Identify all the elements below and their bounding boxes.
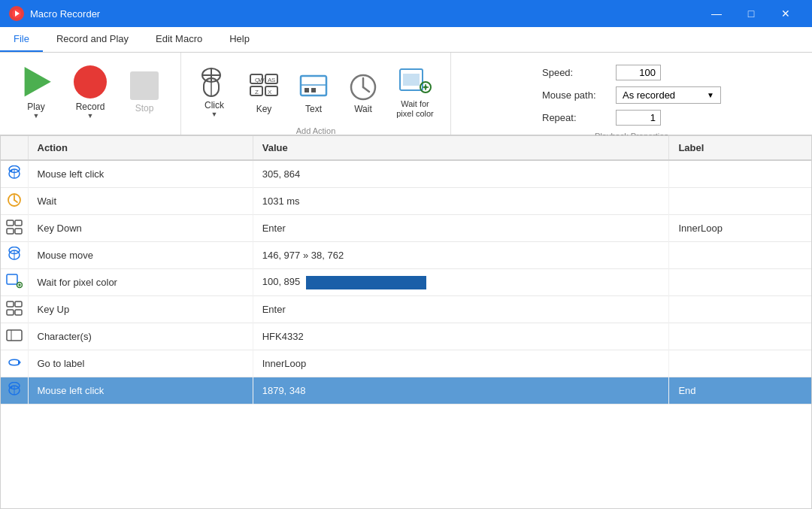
maximize-button[interactable]: □ — [734, 0, 768, 27]
row-value: 305, 864 — [253, 160, 669, 188]
svg-rect-52 — [15, 310, 22, 315]
row-icon — [1, 377, 28, 404]
svg-point-29 — [424, 86, 427, 89]
svg-rect-17 — [301, 76, 326, 95]
row-label — [669, 242, 811, 269]
table-row[interactable]: Character(s) HFK4332 — [1, 323, 811, 350]
record-icon — [74, 65, 107, 98]
row-value: 1879, 348 — [253, 377, 669, 404]
speed-row: Speed: — [542, 65, 721, 80]
record-button[interactable]: Record ▼ — [63, 59, 117, 126]
click-icon — [198, 67, 231, 100]
table-row[interactable]: Key Down Enter InnerLoop — [1, 215, 811, 242]
key-button[interactable]: Q W A S Z X Key — [240, 59, 288, 126]
wait-pixel-icon — [398, 66, 432, 99]
svg-rect-39 — [7, 229, 14, 234]
mouse-path-select[interactable]: As recorded ▼ — [616, 86, 721, 104]
row-icon — [1, 242, 28, 269]
app-icon — [9, 6, 24, 21]
svg-rect-40 — [15, 229, 22, 234]
table-header-row: Action Value Label — [1, 136, 811, 160]
key-icon: Q W A S Z X — [247, 71, 280, 104]
svg-point-33 — [10, 170, 12, 172]
minimize-button[interactable]: — — [699, 0, 734, 27]
menu-bar: File Record and Play Edit Macro Help — [0, 27, 812, 53]
text-button[interactable]: Text — [289, 59, 338, 126]
svg-line-23 — [363, 87, 369, 92]
row-action: Mouse move — [28, 242, 253, 269]
row-label — [669, 160, 811, 188]
repeat-label: Repeat: — [542, 112, 610, 123]
text-icon — [297, 71, 330, 104]
row-action: Wait for pixel color — [28, 269, 253, 296]
play-icon — [20, 65, 53, 98]
chevron-down-icon: ▼ — [707, 91, 714, 99]
repeat-row: Repeat: — [542, 110, 721, 126]
row-action: Mouse left click — [28, 160, 253, 188]
row-label — [669, 269, 811, 296]
menu-file[interactable]: File — [0, 27, 43, 52]
svg-rect-53 — [7, 330, 22, 341]
stop-icon — [130, 71, 159, 100]
wait-icon — [347, 71, 380, 104]
row-label — [669, 188, 811, 215]
speed-input[interactable] — [616, 65, 661, 80]
row-action: Key Up — [28, 296, 253, 323]
row-action: Character(s) — [28, 323, 253, 350]
row-value: HFK4332 — [253, 323, 669, 350]
svg-text:S: S — [271, 77, 275, 83]
row-value: InnerLoop — [253, 350, 669, 377]
wait-button[interactable]: Wait — [339, 59, 387, 126]
row-value: 100, 895 — [253, 269, 669, 296]
table-row[interactable]: Key Up Enter — [1, 296, 811, 323]
col-value: Value — [253, 136, 669, 160]
svg-rect-25 — [403, 74, 420, 86]
table-row[interactable]: Mouse move 146, 977 » 38, 762 — [1, 242, 811, 269]
row-value: 1031 ms — [253, 188, 669, 215]
table-row[interactable]: Go to label InnerLoop — [1, 350, 811, 377]
wait-pixel-button[interactable]: Wait forpixel color — [389, 59, 441, 126]
row-action: Go to label — [28, 350, 253, 377]
col-action: Action — [28, 136, 253, 160]
row-label — [669, 350, 811, 377]
row-label: End — [669, 377, 811, 404]
svg-rect-50 — [15, 301, 22, 307]
table-row[interactable]: Mouse left click 1879, 348 End — [1, 377, 811, 404]
row-label — [669, 323, 811, 350]
svg-rect-49 — [7, 301, 14, 307]
table-row[interactable]: Wait for pixel color 100, 895 — [1, 269, 811, 296]
menu-help[interactable]: Help — [216, 27, 263, 52]
main-content: Action Value Label Mouse left click 305,… — [0, 135, 812, 509]
close-button[interactable]: ✕ — [768, 0, 803, 27]
toolbar: Play ▼ Record ▼ Stop — [0, 53, 812, 135]
svg-text:Z: Z — [255, 89, 259, 95]
stop-button[interactable]: Stop — [117, 59, 171, 126]
svg-rect-19 — [304, 88, 309, 92]
svg-line-36 — [14, 200, 17, 202]
menu-edit-macro[interactable]: Edit Macro — [142, 27, 216, 52]
speed-label: Speed: — [542, 67, 610, 78]
svg-text:W: W — [259, 77, 265, 83]
menu-record-play[interactable]: Record and Play — [43, 27, 142, 52]
action-table-container: Action Value Label Mouse left click 305,… — [0, 135, 812, 509]
row-label: InnerLoop — [669, 215, 811, 242]
title-bar: Macro Recorder — □ ✕ — [0, 0, 812, 27]
repeat-input[interactable] — [616, 110, 661, 126]
add-action-label: Add Action — [190, 126, 441, 135]
row-icon — [1, 296, 28, 323]
col-label: Label — [669, 136, 811, 160]
window-title: Macro Recorder — [30, 8, 699, 20]
row-value: Enter — [253, 296, 669, 323]
row-icon — [1, 188, 28, 215]
click-button[interactable]: Click ▼ — [190, 59, 238, 126]
table-row[interactable]: Wait 1031 ms — [1, 188, 811, 215]
table-row[interactable]: Mouse left click 305, 864 — [1, 160, 811, 188]
mouse-path-row: Mouse path: As recorded ▼ — [542, 86, 721, 104]
row-icon — [1, 350, 28, 377]
svg-point-48 — [19, 284, 20, 286]
row-icon — [1, 269, 28, 296]
mouse-path-label: Mouse path: — [542, 89, 610, 101]
row-icon — [1, 323, 28, 350]
svg-rect-51 — [7, 310, 14, 315]
play-button[interactable]: Play ▼ — [9, 59, 63, 126]
